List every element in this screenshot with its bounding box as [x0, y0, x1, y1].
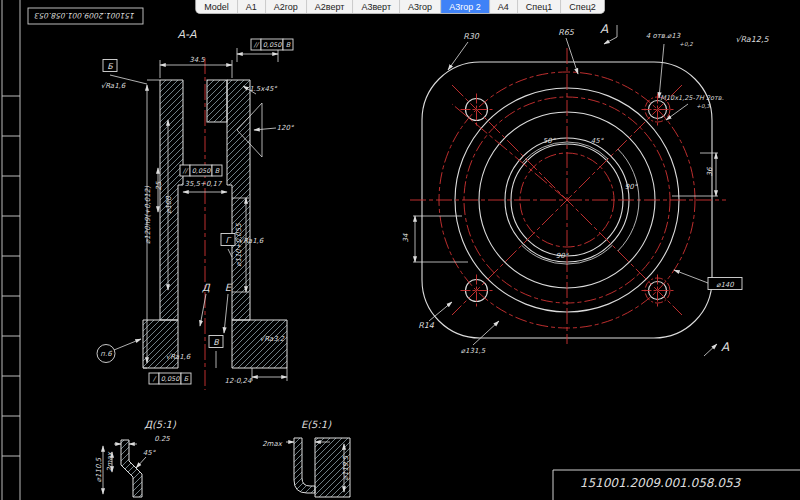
tol-frame-top: //0,050В: [251, 39, 293, 50]
dim-120deg: 120°: [277, 124, 294, 132]
dim-34-5: 34.5: [189, 56, 205, 64]
tab-a3гор-2[interactable]: A3гор 2: [441, 0, 490, 13]
tab-спец2[interactable]: Спец2: [561, 0, 604, 13]
dim-90deg-right: 90°: [625, 183, 638, 191]
dim-d120h9: ⌀120h9(+0,012): [144, 186, 152, 244]
tab-спец1[interactable]: Спец1: [518, 0, 562, 13]
svg-text:0,050: 0,050: [192, 167, 211, 175]
tol-frame-mid: //0,050В: [180, 165, 222, 176]
dim-d131-5: ⌀131,5: [461, 347, 486, 355]
roughness-ra16-g: √Ra1,6: [239, 237, 264, 245]
dim-50deg: 50°: [543, 137, 556, 145]
svg-text:В: В: [286, 41, 291, 49]
note-m10-tol: +0,3: [696, 103, 710, 109]
front-view-dimensions: [413, 25, 718, 356]
dim-25: 25: [155, 181, 163, 190]
roughness-ra125: √Ra12,5: [735, 35, 769, 44]
svg-text:Б: Б: [184, 375, 189, 383]
note-p6: п.6: [100, 350, 112, 358]
svg-text:В: В: [215, 167, 220, 175]
detail-e-title: Е(5:1): [301, 419, 332, 430]
dim-d140: ⌀140: [716, 281, 734, 289]
view-label-aa: А-А: [177, 28, 196, 41]
doc-number-top: 151001.2009.001.058.053: [34, 11, 135, 20]
note-m10: M10x1,25-7H 2отв.: [660, 94, 723, 102]
dim-34: 34: [402, 233, 410, 242]
dim-12: 12-0,24: [224, 377, 252, 385]
dim-r30: R30: [463, 32, 480, 41]
dim-chamfer: 1.5x45°: [249, 85, 277, 93]
section-flange-right: [232, 320, 287, 368]
dim-45deg-detail: 45°: [143, 449, 156, 457]
section-arrow-label-bottom: А: [721, 340, 730, 354]
dim-d119-5: ⌀119,5: [342, 455, 350, 480]
doc-number: 151001.2009.001.058.053: [580, 476, 742, 490]
tab-a2верт[interactable]: A2верт: [307, 0, 354, 13]
tab-a3гор[interactable]: A3гор: [400, 0, 441, 13]
dim-r14: R14: [418, 321, 435, 330]
section-thread-bushing: [207, 80, 227, 122]
datum-flag-v: В: [213, 338, 219, 347]
dim-35-5: 35,5+0,17: [184, 180, 223, 188]
tab-a4[interactable]: A4: [490, 0, 518, 13]
dim-45deg: 45°: [591, 137, 604, 145]
roughness-ra16-bottom: √Ra1,6: [166, 353, 191, 361]
detail-view-e: [286, 438, 350, 497]
dim-0-25: 0.25: [154, 435, 170, 443]
drawing-canvas[interactable]: А-А4234.5Б√Ra1,61.5x45°120°35,5+0,17⌀120…: [0, 0, 800, 500]
detail-d-title: Д(5:1): [144, 419, 177, 430]
front-view: [410, 25, 726, 356]
roughness-ra16-top: √Ra1,6: [101, 82, 126, 90]
dim-d110-5: ⌀110,5: [95, 457, 103, 482]
section-arrow-label-top: А: [600, 22, 609, 36]
dim-2max-e: 2max: [262, 440, 283, 448]
dim-2max-d: 2max: [106, 451, 114, 472]
tab-a2гор[interactable]: A2гор: [266, 0, 307, 13]
tab-a3верт[interactable]: A3верт: [353, 0, 400, 13]
tol-frame-bottom: /0,050Б: [149, 373, 191, 384]
dim-r65: R65: [558, 28, 575, 37]
svg-text:0,050: 0,050: [161, 375, 180, 383]
dim-d100: ⌀100: [165, 196, 173, 214]
detail-marker-d: Д: [202, 282, 211, 293]
drawing-frame: [2, 0, 143, 500]
note-4-holes: 4 отв.⌀13: [646, 32, 681, 40]
tab-a1[interactable]: A1: [238, 0, 266, 13]
roughness-ra32: √Ra3,2: [260, 335, 285, 343]
note-4-holes-tol: +0,2: [679, 41, 693, 47]
section-arrow-bottom: [704, 344, 717, 356]
datum-flag-b: Б: [107, 62, 113, 71]
layout-tab-bar: ModelA1A2горA2вертA3вертA3горA3гор 2A4Сп…: [195, 0, 605, 14]
dim-90deg-bottom: 90°: [556, 252, 569, 260]
svg-text:0,050: 0,050: [263, 41, 282, 49]
tab-model[interactable]: Model: [196, 0, 238, 13]
dim-36: 36: [706, 167, 714, 176]
drawing-labels: А-А4234.5Б√Ra1,61.5x45°120°35,5+0,17⌀120…: [34, 11, 770, 490]
